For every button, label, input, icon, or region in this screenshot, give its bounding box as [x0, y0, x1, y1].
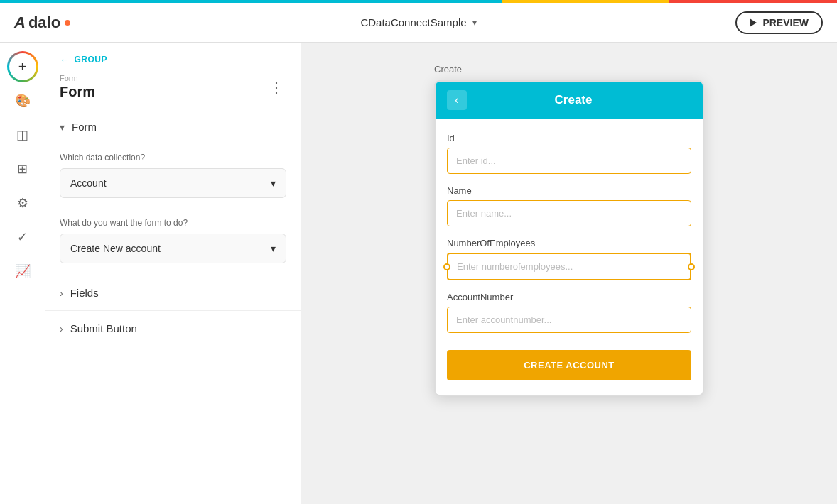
screens-icon: ◫	[16, 127, 28, 143]
field-employees: NumberOfEmployees	[447, 238, 691, 280]
plus-icon: +	[18, 59, 27, 75]
logo: Adalo	[14, 13, 70, 32]
field-name: Name	[447, 185, 691, 226]
submit-section: › Submit Button	[45, 311, 301, 346]
fields-section-header[interactable]: › Fields	[45, 275, 301, 310]
field-account-number: AccountNumber	[447, 292, 691, 333]
phone-frame: ‹ Create Id Name	[434, 80, 704, 396]
action-dropdown[interactable]: Create New account ▾	[60, 234, 286, 263]
panel-header: ← GROUP Form Form ⋮	[45, 43, 301, 109]
field-id-input[interactable]	[447, 148, 691, 174]
settings-icon: ⚙	[17, 195, 28, 211]
phone-content: Id Name NumberOfEmployees	[436, 119, 703, 395]
form-section-chevron-icon: ▾	[60, 121, 65, 133]
phone-header: ‹ Create	[436, 82, 703, 119]
form-section: ▾ Form Which data collection? Account ▾ …	[45, 109, 301, 275]
topbar: Adalo CDataConnectSample ▾ PREVIEW	[0, 3, 837, 43]
field-employees-input[interactable]	[447, 253, 691, 280]
field-id: Id	[447, 133, 691, 174]
project-selector[interactable]: CDataConnectSample ▾	[360, 16, 476, 28]
fields-section: › Fields	[45, 275, 301, 311]
submit-section-header[interactable]: › Submit Button	[45, 311, 301, 346]
properties-panel: ← GROUP Form Form ⋮ ▾ Form Which data co…	[45, 43, 301, 504]
handle-left	[443, 263, 450, 270]
action-group: What do you want the form to do? Create …	[45, 209, 301, 275]
database-icon: ⊞	[17, 161, 28, 177]
canvas: Create ‹ Create Id	[301, 43, 837, 504]
screens-button[interactable]: ◫	[7, 119, 38, 150]
phone-back-icon: ‹	[455, 94, 458, 106]
field-account-number-input[interactable]	[447, 307, 691, 333]
database-button[interactable]: ⊞	[7, 153, 38, 185]
project-chevron-icon: ▾	[472, 18, 477, 28]
checklist-button[interactable]: ✓	[7, 221, 38, 253]
collection-value: Account	[70, 177, 107, 189]
back-link-label: GROUP	[75, 55, 108, 65]
add-component-button[interactable]: +	[7, 51, 38, 82]
theme-button[interactable]: 🎨	[7, 85, 38, 116]
preview-label: PREVIEW	[762, 17, 809, 28]
preview-button[interactable]: PREVIEW	[735, 11, 823, 34]
logo-area: Adalo	[14, 13, 70, 32]
icon-sidebar: + 🎨 ◫ ⊞ ⚙ ✓ 📈	[0, 43, 45, 504]
submit-button[interactable]: CREATE ACCOUNT	[447, 350, 691, 380]
theme-icon: 🎨	[15, 93, 31, 109]
fields-chevron-icon: ›	[60, 287, 63, 299]
collection-chevron-icon: ▾	[271, 177, 276, 189]
canvas-inner: Create ‹ Create Id	[434, 64, 704, 396]
field-account-number-label: AccountNumber	[447, 292, 691, 302]
analytics-button[interactable]: 📈	[7, 256, 38, 287]
submit-chevron-icon: ›	[60, 323, 63, 334]
canvas-screen-label: Create	[434, 64, 462, 75]
collection-group: Which data collection? Account ▾	[45, 144, 301, 209]
checklist-icon: ✓	[17, 229, 28, 245]
back-arrow-icon: ←	[60, 54, 70, 65]
field-name-input[interactable]	[447, 200, 691, 226]
more-options-button[interactable]: ⋮	[266, 79, 286, 96]
panel-title: Form	[60, 84, 95, 100]
field-id-label: Id	[447, 133, 691, 143]
panel-title-row: Form Form ⋮	[60, 74, 286, 100]
collection-label: Which data collection?	[60, 153, 286, 163]
handle-right	[688, 263, 695, 270]
field-name-label: Name	[447, 185, 691, 196]
phone-back-button[interactable]: ‹	[447, 90, 467, 110]
play-icon	[750, 18, 757, 27]
analytics-icon: 📈	[15, 263, 31, 279]
project-name: CDataConnectSample	[360, 16, 466, 28]
panel-subtitle: Form	[60, 74, 95, 82]
back-link[interactable]: ← GROUP	[60, 54, 286, 65]
action-label: What do you want the form to do?	[60, 218, 286, 228]
settings-button[interactable]: ⚙	[7, 187, 38, 219]
main-layout: + 🎨 ◫ ⊞ ⚙ ✓ 📈 ← GROUP Form	[0, 43, 837, 504]
collection-dropdown[interactable]: Account ▾	[60, 168, 286, 198]
action-value: Create New account	[70, 243, 161, 254]
form-section-label: Form	[72, 121, 97, 133]
phone-header-title: Create	[475, 93, 671, 107]
field-employees-label: NumberOfEmployees	[447, 238, 691, 248]
action-chevron-icon: ▾	[271, 243, 276, 254]
submit-section-label: Submit Button	[70, 322, 137, 334]
form-section-header[interactable]: ▾ Form	[45, 109, 301, 144]
fields-section-label: Fields	[70, 287, 99, 299]
